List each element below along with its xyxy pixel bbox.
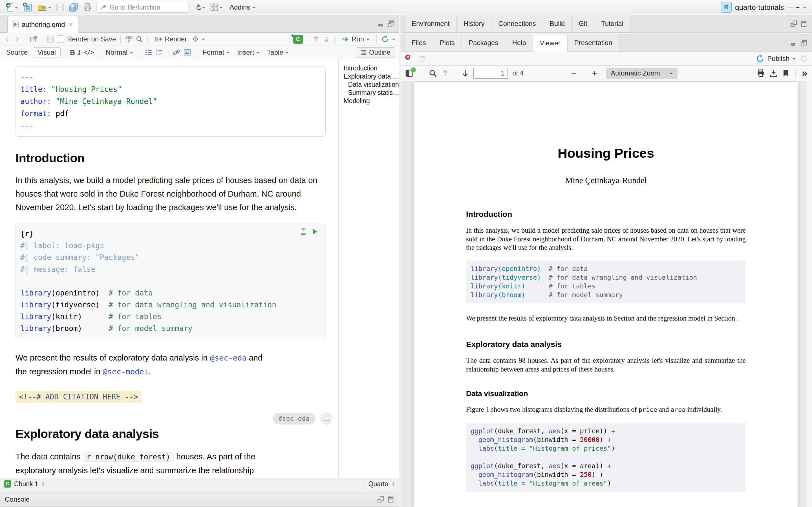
outline-item[interactable]: Modeling xyxy=(344,97,399,105)
render-button[interactable]: Render xyxy=(152,35,189,44)
tab-presentation[interactable]: Presentation xyxy=(567,34,619,52)
code-chunk-load-pkgs[interactable]: {r}#| label: load-pkgs#| code-summary: "… xyxy=(15,224,326,339)
search-doc-icon[interactable] xyxy=(136,36,143,43)
minimize-pane-icon[interactable] xyxy=(377,20,385,27)
doc-format-selector[interactable]: Quarto ⇕ xyxy=(363,478,395,490)
heading-eda[interactable]: Exploratory data analysis xyxy=(15,427,338,441)
pdf-print-icon[interactable] xyxy=(756,69,765,77)
numbered-list-icon[interactable]: 12 xyxy=(155,49,163,56)
goto-file-input[interactable]: Go to file/function xyxy=(96,2,190,13)
table-menu[interactable]: Table xyxy=(265,48,291,57)
spellcheck-icon[interactable]: ABC✓ xyxy=(125,36,133,43)
outline-item[interactable]: Summary statis… xyxy=(344,89,399,97)
pdf-zoom-out-button[interactable]: − xyxy=(569,68,578,78)
outline-item[interactable]: Introduction xyxy=(344,64,399,72)
run-all-above-icon[interactable] xyxy=(301,228,306,235)
pane-maximize-icon[interactable] xyxy=(800,20,808,27)
pdf-zoom-select[interactable]: Automatic Zoom xyxy=(606,68,677,79)
chunk-nav[interactable]: Chunk 1 xyxy=(14,480,38,488)
panes-layout-button[interactable] xyxy=(210,2,223,12)
tab-environment[interactable]: Environment xyxy=(405,15,457,33)
viewer-minimize-icon[interactable] xyxy=(790,39,797,47)
popout-icon[interactable] xyxy=(30,36,38,43)
bullet-list-icon[interactable] xyxy=(145,49,153,56)
open-file-button[interactable] xyxy=(37,2,51,12)
panes-layout-caret[interactable] xyxy=(219,7,223,10)
document-body[interactable]: ---title: "Housing Prices"author: "Mine … xyxy=(0,59,338,478)
close-tab-icon[interactable]: × xyxy=(69,20,73,29)
viewer-popout-icon[interactable] xyxy=(418,55,426,62)
heading-introduction[interactable]: Introduction xyxy=(15,151,338,165)
render-settings-caret[interactable] xyxy=(202,39,205,42)
bold-button[interactable]: B xyxy=(70,48,75,57)
tab-connections[interactable]: Connections xyxy=(492,15,543,33)
run-button[interactable]: Run xyxy=(339,35,372,44)
tab-authoring-qmd[interactable]: authoring.qmd × xyxy=(7,16,78,33)
new-file-caret[interactable] xyxy=(15,7,18,10)
render-on-save-checkbox[interactable] xyxy=(57,36,64,43)
maximize-pane-icon[interactable] xyxy=(388,20,395,27)
project-menu[interactable]: R quarto-tutorials — ~ xyxy=(721,2,806,13)
save-all-button[interactable] xyxy=(69,2,79,12)
rerun-icon[interactable] xyxy=(381,35,389,43)
tab-history[interactable]: History xyxy=(457,15,492,33)
pdf-viewer[interactable]: Housing Prices Mine Çetinkaya-Rundel Int… xyxy=(401,81,812,507)
refresh-viewer-icon[interactable] xyxy=(800,55,808,62)
paragraph-style-dropdown[interactable]: Normal xyxy=(103,48,135,57)
intro-paragraph[interactable]: In this analysis, we build a model predi… xyxy=(15,173,333,214)
yaml-header[interactable]: ---title: "Housing Prices"author: "Mine … xyxy=(15,66,326,136)
tab-help[interactable]: Help xyxy=(505,34,533,52)
outline-item[interactable]: Data visualization xyxy=(344,80,399,89)
console-header[interactable]: Console xyxy=(0,492,399,507)
present-paragraph[interactable]: We present the results of exploratory da… xyxy=(15,351,338,379)
version-control-caret[interactable] xyxy=(202,7,205,10)
save-button[interactable] xyxy=(56,2,64,12)
insert-menu[interactable]: Insert xyxy=(235,48,262,57)
run-next-icon[interactable] xyxy=(322,36,330,43)
console-minimize-icon[interactable] xyxy=(377,496,384,503)
section-options-button[interactable]: ... xyxy=(320,412,333,425)
tab-build[interactable]: Build xyxy=(543,15,572,33)
tab-plots[interactable]: Plots xyxy=(433,34,462,52)
stop-viewer-icon[interactable] xyxy=(405,54,414,63)
back-icon[interactable] xyxy=(4,36,11,43)
pdf-bookmark-icon[interactable] xyxy=(782,69,789,77)
print-button[interactable] xyxy=(83,2,92,12)
italic-button[interactable]: I xyxy=(78,48,81,56)
tab-viewer[interactable]: Viewer xyxy=(533,34,567,52)
source-mode-button[interactable]: Source xyxy=(4,48,30,57)
code-format-button[interactable]: </> xyxy=(84,49,94,56)
pdf-zoom-in-button[interactable]: + xyxy=(591,68,599,78)
pdf-search-icon[interactable] xyxy=(428,69,437,77)
publish-button[interactable]: Publish xyxy=(756,54,796,63)
tab-tutorial[interactable]: Tutorial xyxy=(594,15,630,33)
tab-git[interactable]: Git xyxy=(572,15,594,33)
forward-icon[interactable] xyxy=(13,36,20,43)
render-settings-gear-icon[interactable]: ⚙ xyxy=(192,35,199,44)
pdf-prev-page-icon[interactable] xyxy=(442,69,449,77)
tab-packages[interactable]: Packages xyxy=(462,34,505,52)
viewer-maximize-icon[interactable] xyxy=(800,39,808,47)
pdf-more-tools-icon[interactable]: » xyxy=(802,67,808,79)
rerun-caret[interactable] xyxy=(392,39,395,42)
console-maximize-icon[interactable] xyxy=(387,496,395,503)
open-file-caret[interactable] xyxy=(48,7,51,10)
insert-chunk-button[interactable]: +C xyxy=(293,35,303,44)
pdf-next-page-icon[interactable] xyxy=(462,69,469,77)
link-icon[interactable] xyxy=(172,49,181,56)
new-file-button[interactable] xyxy=(6,2,18,12)
eda-paragraph[interactable]: The data contains r nrow(duke_forest) ho… xyxy=(15,450,338,478)
run-previous-icon[interactable] xyxy=(312,36,320,43)
image-icon[interactable] xyxy=(183,49,191,56)
version-control-button[interactable]: G xyxy=(194,2,205,12)
pdf-sidebar-toggle[interactable] xyxy=(405,69,414,77)
save-doc-icon[interactable] xyxy=(47,36,54,43)
pdf-scrollbar[interactable] xyxy=(807,81,812,507)
citation-comment[interactable]: <!--# ADD CITATION HERE --> xyxy=(15,391,142,403)
outline-toggle-button[interactable]: Outline xyxy=(356,47,395,57)
chunk-code[interactable]: {r}#| label: load-pkgs#| code-summary: "… xyxy=(20,228,325,334)
tab-files[interactable]: Files xyxy=(405,34,433,52)
pdf-page-input[interactable]: 1 xyxy=(473,68,508,78)
pane-restore-icon[interactable] xyxy=(790,20,797,27)
run-chunk-icon[interactable] xyxy=(313,229,320,234)
